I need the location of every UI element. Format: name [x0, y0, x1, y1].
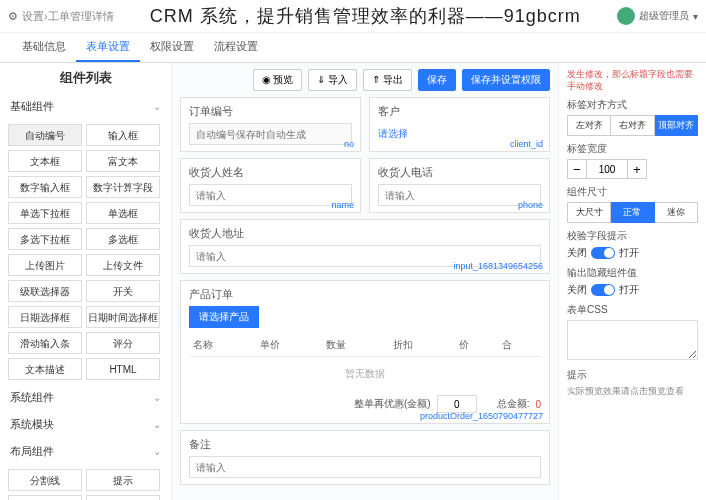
- align-top[interactable]: 顶部对齐: [655, 115, 698, 136]
- tab-flow[interactable]: 流程设置: [204, 33, 268, 62]
- table-header: 合: [498, 334, 541, 357]
- width-stepper: − +: [567, 159, 698, 179]
- width-input[interactable]: [587, 159, 627, 179]
- select-product-button[interactable]: 请选择产品: [189, 306, 259, 328]
- field-tag: no: [344, 139, 354, 149]
- field-label: 备注: [189, 437, 541, 452]
- align-left[interactable]: 左对齐: [567, 115, 611, 136]
- widget-item[interactable]: 单选下拉框: [8, 202, 82, 224]
- field-order-no[interactable]: 订单编号 no: [180, 97, 361, 152]
- right-panel: 发生修改，那么标题字段也需要手动修改 标签对齐方式 左对齐 右对齐 顶部对齐 标…: [558, 63, 706, 500]
- table-header: 价: [455, 334, 498, 357]
- css-textarea[interactable]: [567, 320, 698, 360]
- widget-item[interactable]: 滑动输入条: [8, 332, 82, 354]
- group-system[interactable]: 系统组件⌄: [0, 384, 171, 411]
- widget-item[interactable]: 评分: [86, 332, 160, 354]
- page-title: CRM 系统，提升销售管理效率的利器——91gbcrm: [114, 4, 617, 28]
- group-layout[interactable]: 布局组件⌄: [0, 438, 171, 465]
- size-mini[interactable]: 迷你: [655, 202, 698, 223]
- order-no-input[interactable]: [189, 123, 352, 145]
- size-segment: 大尺寸 正常 迷你: [567, 202, 698, 223]
- group-module[interactable]: 系统模块⌄: [0, 411, 171, 438]
- widget-item[interactable]: HTML: [86, 358, 160, 380]
- receiver-name-input[interactable]: [189, 184, 352, 206]
- save-perm-button[interactable]: 保存并设置权限: [462, 69, 550, 91]
- widget-item[interactable]: 栅格布局: [86, 495, 160, 500]
- total-label: 总金额:: [497, 397, 530, 411]
- save-button[interactable]: 保存: [418, 69, 456, 91]
- width-label: 标签宽度: [567, 142, 698, 156]
- widget-item[interactable]: 单选框: [86, 202, 160, 224]
- remark-input[interactable]: [189, 456, 541, 478]
- field-product-order[interactable]: 产品订单 请选择产品 名称单价数量折扣价合 暂无数据 整单再优惠(金额) 总金额…: [180, 280, 550, 424]
- field-remark[interactable]: 备注: [180, 430, 550, 485]
- on-label: 打开: [619, 246, 639, 260]
- field-label: 收货人姓名: [189, 165, 352, 180]
- field-receiver-phone[interactable]: 收货人电话 phone: [369, 158, 550, 213]
- widget-item[interactable]: 文本描述: [8, 358, 82, 380]
- gear-icon: ⚙: [8, 10, 18, 23]
- size-large[interactable]: 大尺寸: [567, 202, 611, 223]
- warning-text: 发生修改，那么标题字段也需要手动修改: [567, 69, 698, 92]
- size-label: 组件尺寸: [567, 185, 698, 199]
- tip-label: 提示: [567, 368, 698, 382]
- widget-item[interactable]: 日期选择框: [8, 306, 82, 328]
- widget-item[interactable]: 数字输入框: [8, 176, 82, 198]
- receiver-phone-input[interactable]: [378, 184, 541, 206]
- field-label: 订单编号: [189, 104, 352, 119]
- field-tag: phone: [518, 200, 543, 210]
- widget-item[interactable]: 文本框: [8, 150, 82, 172]
- table-header: 名称: [189, 334, 256, 357]
- widget-item[interactable]: 自动编号: [8, 124, 82, 146]
- align-right[interactable]: 右对齐: [611, 115, 654, 136]
- user-name: 超级管理员: [639, 9, 689, 23]
- field-receiver-addr[interactable]: 收货人地址 input_1681349654256: [180, 219, 550, 274]
- widget-item[interactable]: 多选框: [86, 228, 160, 250]
- align-segment: 左对齐 右对齐 顶部对齐: [567, 115, 698, 136]
- tip-text: 实际预览效果请点击预览查看: [567, 385, 698, 398]
- size-normal[interactable]: 正常: [611, 202, 654, 223]
- width-dec[interactable]: −: [567, 159, 587, 179]
- tab-basic[interactable]: 基础信息: [12, 33, 76, 62]
- left-panel: 组件列表 基础组件⌄ 自动编号输入框文本框富文本数字输入框数字计算字段单选下拉框…: [0, 63, 172, 500]
- validate-toggle[interactable]: [591, 247, 615, 259]
- import-button[interactable]: ⇓ 导入: [308, 69, 357, 91]
- breadcrumb-settings[interactable]: 设置: [22, 9, 44, 24]
- breadcrumb-page[interactable]: 工单管理详情: [48, 9, 114, 24]
- css-label: 表单CSS: [567, 303, 698, 317]
- field-label: 产品订单: [189, 287, 541, 302]
- widget-item[interactable]: 上传文件: [86, 254, 160, 276]
- widget-item[interactable]: 多选下拉框: [8, 228, 82, 250]
- widget-item[interactable]: 表格布局: [8, 495, 82, 500]
- widget-item[interactable]: 日期时间选择框: [86, 306, 160, 328]
- tab-perm[interactable]: 权限设置: [140, 33, 204, 62]
- field-receiver-name[interactable]: 收货人姓名 name: [180, 158, 361, 213]
- off-label: 关闭: [567, 283, 587, 297]
- validate-label: 校验字段提示: [567, 229, 698, 243]
- widget-item[interactable]: 上传图片: [8, 254, 82, 276]
- widget-item[interactable]: 级联选择器: [8, 280, 82, 302]
- chevron-down-icon: ⌄: [153, 446, 161, 457]
- preview-button[interactable]: ◉ 预览: [253, 69, 303, 91]
- field-tag: input_1681349654256: [453, 261, 543, 271]
- discount-label: 整单再优惠(金额): [354, 397, 431, 411]
- export-button[interactable]: ⇑ 导出: [363, 69, 412, 91]
- field-label: 客户: [378, 104, 541, 119]
- width-inc[interactable]: +: [627, 159, 647, 179]
- widget-item[interactable]: 分割线: [8, 469, 82, 491]
- widget-item[interactable]: 富文本: [86, 150, 160, 172]
- field-customer[interactable]: 客户 请选择 client_id: [369, 97, 550, 152]
- widget-item[interactable]: 数字计算字段: [86, 176, 160, 198]
- widget-item[interactable]: 提示: [86, 469, 160, 491]
- chevron-down-icon: ⌄: [153, 419, 161, 430]
- hide-toggle[interactable]: [591, 284, 615, 296]
- widget-item[interactable]: 开关: [86, 280, 160, 302]
- table-header: 数量: [322, 334, 389, 357]
- field-tag: name: [331, 200, 354, 210]
- field-label: 收货人电话: [378, 165, 541, 180]
- group-basic[interactable]: 基础组件⌄: [0, 93, 171, 120]
- user-menu[interactable]: 超级管理员 ▾: [617, 7, 698, 25]
- widget-item[interactable]: 输入框: [86, 124, 160, 146]
- tab-form[interactable]: 表单设置: [76, 33, 140, 62]
- chevron-down-icon: ⌄: [153, 101, 161, 112]
